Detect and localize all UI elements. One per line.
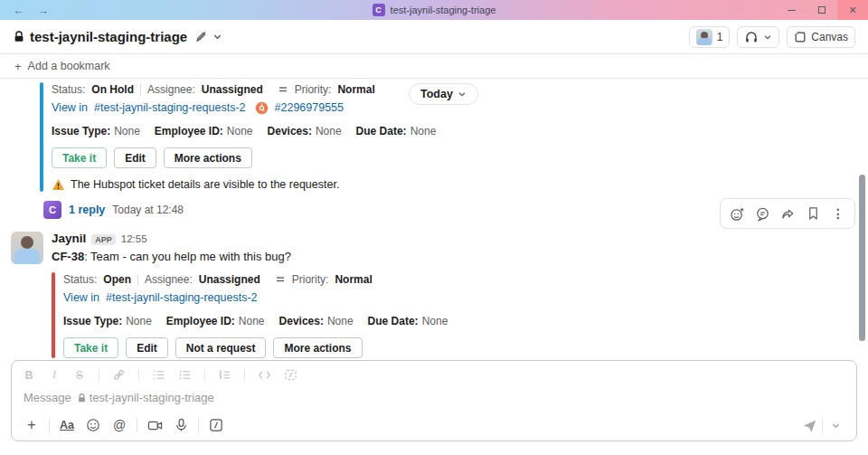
window-title: test-jaynil-staging-triage bbox=[391, 5, 496, 15]
lock-icon bbox=[77, 393, 87, 403]
priority-icon bbox=[275, 274, 286, 285]
members-button[interactable]: 1 bbox=[689, 26, 731, 48]
field-value: None bbox=[239, 315, 265, 327]
ticket-attachment-2: Status: Open Assignee: Unassigned Priori… bbox=[52, 270, 868, 358]
message-list: Status: On Hold Assignee: Unassigned Pri… bbox=[0, 79, 868, 353]
thread-last-reply-time: Today at 12:48 bbox=[112, 204, 184, 216]
composer-toolbar: + Aa @ bbox=[12, 410, 856, 441]
add-reaction-icon[interactable] bbox=[725, 203, 749, 224]
italic-icon[interactable]: I bbox=[48, 368, 61, 382]
add-bookmark-button[interactable]: + Add a bookmark bbox=[0, 54, 868, 79]
sender-name[interactable]: Jaynil bbox=[52, 232, 86, 245]
code-icon[interactable] bbox=[258, 368, 271, 382]
strikethrough-icon[interactable]: S bbox=[73, 369, 86, 382]
plus-icon: + bbox=[14, 60, 22, 73]
blockquote-icon[interactable] bbox=[218, 368, 231, 382]
message-text: CF-38: Team - can you help me with this … bbox=[52, 250, 868, 263]
shortcuts-icon[interactable] bbox=[204, 414, 228, 436]
chevron-down-icon bbox=[458, 90, 467, 99]
reply-thread-icon[interactable] bbox=[750, 203, 774, 224]
channel-name-button[interactable]: test-jaynil-staging-triage bbox=[13, 29, 222, 44]
canvas-label: Canvas bbox=[811, 31, 848, 43]
ticket2-fields-row: Issue Type:None Employee ID:None Devices… bbox=[63, 312, 868, 330]
status-label: Status: bbox=[63, 273, 97, 286]
edit-button[interactable]: Edit bbox=[114, 147, 156, 168]
ticket1-fields-row: Issue Type:None Employee ID:None Devices… bbox=[52, 122, 868, 140]
field-value: None bbox=[126, 315, 152, 327]
app-badge: APP bbox=[91, 234, 116, 245]
date-divider-pill[interactable]: Today bbox=[409, 83, 478, 105]
warning-text: The Hubspot ticket details are visible t… bbox=[71, 178, 339, 191]
window-titlebar: ← → C test-jaynil-staging-triage ✕ bbox=[0, 0, 868, 20]
forward-arrow-icon[interactable]: → bbox=[37, 5, 49, 16]
app-icon: C bbox=[373, 4, 385, 16]
divider bbox=[140, 84, 141, 96]
mic-icon[interactable] bbox=[169, 414, 193, 436]
emoji-icon[interactable] bbox=[81, 414, 105, 436]
composer-placeholder-prefix: Message bbox=[24, 391, 71, 404]
ticket1-warning: The Hubspot ticket details are visible t… bbox=[52, 177, 868, 192]
take-it-button[interactable]: Take it bbox=[52, 147, 107, 168]
ordered-list-icon[interactable] bbox=[152, 368, 165, 382]
attach-plus-icon[interactable]: + bbox=[20, 414, 43, 436]
hubspot-icon bbox=[255, 101, 269, 115]
canvas-button[interactable]: Canvas bbox=[787, 26, 855, 48]
ticket1-buttons: Take it Edit More actions bbox=[52, 147, 868, 168]
edit-button[interactable]: Edit bbox=[126, 337, 168, 358]
message-timestamp[interactable]: 12:55 bbox=[121, 233, 147, 244]
share-icon[interactable] bbox=[776, 203, 799, 224]
assignee-value: Unassigned bbox=[202, 83, 263, 96]
close-button[interactable]: ✕ bbox=[837, 0, 868, 20]
message-hover-toolbar: ⋮ bbox=[720, 198, 855, 229]
maximize-button[interactable] bbox=[807, 0, 837, 20]
link-icon[interactable] bbox=[112, 368, 126, 382]
bullet-list-icon[interactable] bbox=[178, 368, 192, 382]
back-arrow-icon[interactable]: ← bbox=[13, 5, 24, 16]
code-block-icon[interactable] bbox=[284, 368, 297, 382]
video-icon[interactable] bbox=[143, 414, 166, 436]
headphones-icon bbox=[744, 30, 759, 44]
schedule-send-icon[interactable] bbox=[823, 414, 848, 436]
more-actions-button[interactable]: More actions bbox=[164, 147, 252, 168]
ticket-code: CF-38 bbox=[52, 250, 84, 263]
reply-count-link[interactable]: 1 reply bbox=[69, 204, 105, 216]
ticket-number-link[interactable]: #2296979555 bbox=[275, 101, 344, 114]
chevron-down-icon bbox=[763, 33, 772, 42]
assignee-label: Assignee: bbox=[145, 273, 193, 286]
view-in-label: View in bbox=[52, 101, 88, 114]
huddle-button[interactable] bbox=[737, 26, 779, 48]
member-avatar bbox=[696, 29, 712, 45]
field-value: None bbox=[316, 125, 342, 137]
field-label: Devices: bbox=[268, 125, 312, 137]
bookmark-icon[interactable] bbox=[801, 203, 825, 224]
field-value: None bbox=[227, 125, 253, 137]
channel-header: test-jaynil-staging-triage 1 Canvas bbox=[0, 20, 868, 54]
field-label: Issue Type: bbox=[63, 315, 122, 327]
scrollbar-thumb[interactable] bbox=[859, 175, 865, 341]
send-button[interactable] bbox=[797, 414, 822, 436]
more-actions-button[interactable]: More actions bbox=[273, 337, 362, 358]
message-input[interactable]: Message test-jaynil-staging-triage bbox=[12, 382, 856, 404]
message-body-text: : Team - can you help me with this bug? bbox=[84, 250, 291, 263]
muted-pencil-icon bbox=[194, 30, 208, 43]
mention-icon[interactable]: @ bbox=[108, 414, 131, 436]
field-value: None bbox=[410, 125, 437, 137]
channel-name: test-jaynil-staging-triage bbox=[30, 29, 187, 44]
channel-link[interactable]: #test-jaynil-staging-requests-2 bbox=[106, 291, 257, 304]
send-group bbox=[797, 414, 848, 436]
canvas-icon bbox=[794, 31, 807, 43]
more-actions-icon[interactable]: ⋮ bbox=[826, 203, 850, 224]
formatting-toolbar: B I S bbox=[12, 361, 856, 382]
minimize-button[interactable] bbox=[776, 0, 807, 20]
bold-icon[interactable]: B bbox=[23, 369, 35, 382]
member-count: 1 bbox=[717, 31, 723, 43]
format-toggle-icon[interactable]: Aa bbox=[55, 414, 79, 436]
date-label: Today bbox=[420, 88, 453, 100]
message-composer[interactable]: B I S Message test-jaynil-staging-tria bbox=[11, 360, 857, 441]
avatar[interactable] bbox=[11, 232, 43, 264]
composer-placeholder-channel: test-jaynil-staging-triage bbox=[90, 391, 214, 404]
channel-link[interactable]: #test-jaynil-staging-requests-2 bbox=[94, 101, 245, 114]
not-a-request-button[interactable]: Not a request bbox=[175, 337, 267, 358]
take-it-button[interactable]: Take it bbox=[63, 337, 118, 358]
field-label: Devices: bbox=[279, 315, 324, 327]
